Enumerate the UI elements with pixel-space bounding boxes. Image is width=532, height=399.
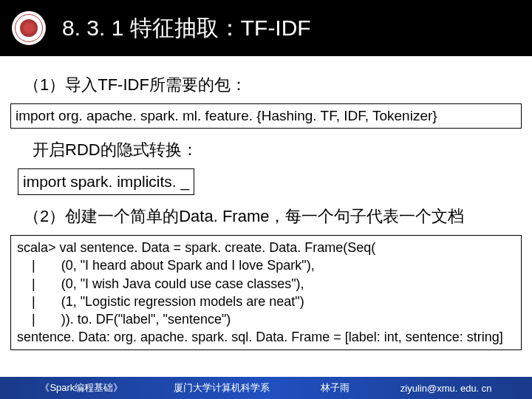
slide-title: 8. 3. 1 特征抽取：TF-IDF bbox=[62, 13, 311, 44]
footer-dept: 厦门大学计算机科学系 bbox=[174, 381, 270, 395]
step-1b-label: 开启RDD的隐式转换： bbox=[33, 139, 522, 161]
footer-book: 《Spark编程基础》 bbox=[40, 381, 123, 395]
code-create-dataframe: scala> val sentence. Data = spark. creat… bbox=[10, 235, 522, 350]
footer-email: ziyulin@xmu. edu. cn bbox=[400, 383, 492, 394]
step-1-label: （1）导入TF-IDF所需要的包： bbox=[24, 74, 522, 96]
step-2-label: （2）创建一个简单的Data. Frame，每一个句子代表一个文档 bbox=[24, 205, 522, 228]
footer-author: 林子雨 bbox=[321, 381, 349, 395]
slide-content: （1）导入TF-IDF所需要的包： import org. apache. sp… bbox=[0, 56, 532, 350]
slide-header: 8. 3. 1 特征抽取：TF-IDF bbox=[0, 0, 532, 56]
university-logo bbox=[12, 11, 46, 45]
slide-footer: 《Spark编程基础》 厦门大学计算机科学系 林子雨 ziyulin@xmu. … bbox=[0, 377, 532, 399]
code-import-implicits: import spark. implicits. _ bbox=[18, 168, 194, 195]
code-import-tfidf: import org. apache. spark. ml. feature. … bbox=[10, 103, 522, 129]
